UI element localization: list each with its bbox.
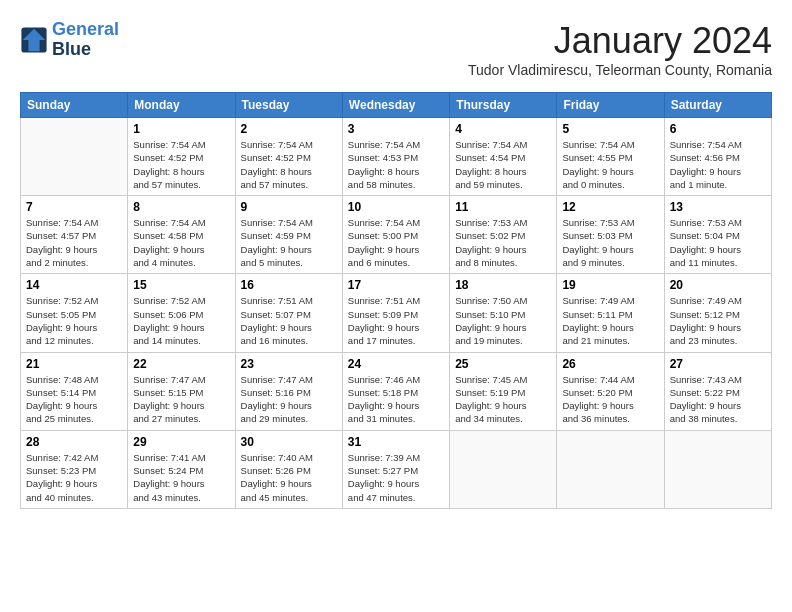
calendar-week-1: 1Sunrise: 7:54 AMSunset: 4:52 PMDaylight… — [21, 118, 772, 196]
col-header-friday: Friday — [557, 93, 664, 118]
calendar-table: SundayMondayTuesdayWednesdayThursdayFrid… — [20, 92, 772, 509]
subtitle: Tudor Vladimirescu, Teleorman County, Ro… — [468, 62, 772, 78]
day-info: Sunrise: 7:54 AMSunset: 4:53 PMDaylight:… — [348, 138, 444, 191]
calendar-cell: 26Sunrise: 7:44 AMSunset: 5:20 PMDayligh… — [557, 352, 664, 430]
calendar-cell: 24Sunrise: 7:46 AMSunset: 5:18 PMDayligh… — [342, 352, 449, 430]
day-info: Sunrise: 7:52 AMSunset: 5:06 PMDaylight:… — [133, 294, 229, 347]
day-number: 20 — [670, 278, 766, 292]
calendar-cell: 19Sunrise: 7:49 AMSunset: 5:11 PMDayligh… — [557, 274, 664, 352]
calendar-cell: 18Sunrise: 7:50 AMSunset: 5:10 PMDayligh… — [450, 274, 557, 352]
calendar-cell: 3Sunrise: 7:54 AMSunset: 4:53 PMDaylight… — [342, 118, 449, 196]
day-number: 18 — [455, 278, 551, 292]
day-number: 31 — [348, 435, 444, 449]
day-number: 28 — [26, 435, 122, 449]
calendar-cell: 5Sunrise: 7:54 AMSunset: 4:55 PMDaylight… — [557, 118, 664, 196]
day-info: Sunrise: 7:54 AMSunset: 4:55 PMDaylight:… — [562, 138, 658, 191]
calendar-cell — [557, 430, 664, 508]
day-info: Sunrise: 7:54 AMSunset: 4:52 PMDaylight:… — [133, 138, 229, 191]
day-number: 22 — [133, 357, 229, 371]
calendar-cell: 25Sunrise: 7:45 AMSunset: 5:19 PMDayligh… — [450, 352, 557, 430]
day-info: Sunrise: 7:54 AMSunset: 4:54 PMDaylight:… — [455, 138, 551, 191]
day-info: Sunrise: 7:39 AMSunset: 5:27 PMDaylight:… — [348, 451, 444, 504]
day-info: Sunrise: 7:54 AMSunset: 4:57 PMDaylight:… — [26, 216, 122, 269]
calendar-header-row: SundayMondayTuesdayWednesdayThursdayFrid… — [21, 93, 772, 118]
calendar-cell: 13Sunrise: 7:53 AMSunset: 5:04 PMDayligh… — [664, 196, 771, 274]
day-number: 9 — [241, 200, 337, 214]
day-number: 5 — [562, 122, 658, 136]
day-number: 27 — [670, 357, 766, 371]
day-number: 6 — [670, 122, 766, 136]
col-header-thursday: Thursday — [450, 93, 557, 118]
calendar-cell: 6Sunrise: 7:54 AMSunset: 4:56 PMDaylight… — [664, 118, 771, 196]
day-info: Sunrise: 7:48 AMSunset: 5:14 PMDaylight:… — [26, 373, 122, 426]
calendar-cell: 10Sunrise: 7:54 AMSunset: 5:00 PMDayligh… — [342, 196, 449, 274]
calendar-cell: 4Sunrise: 7:54 AMSunset: 4:54 PMDaylight… — [450, 118, 557, 196]
calendar-cell: 1Sunrise: 7:54 AMSunset: 4:52 PMDaylight… — [128, 118, 235, 196]
day-number: 29 — [133, 435, 229, 449]
day-info: Sunrise: 7:53 AMSunset: 5:03 PMDaylight:… — [562, 216, 658, 269]
calendar-cell: 29Sunrise: 7:41 AMSunset: 5:24 PMDayligh… — [128, 430, 235, 508]
col-header-wednesday: Wednesday — [342, 93, 449, 118]
day-info: Sunrise: 7:42 AMSunset: 5:23 PMDaylight:… — [26, 451, 122, 504]
day-info: Sunrise: 7:40 AMSunset: 5:26 PMDaylight:… — [241, 451, 337, 504]
day-info: Sunrise: 7:46 AMSunset: 5:18 PMDaylight:… — [348, 373, 444, 426]
day-number: 25 — [455, 357, 551, 371]
day-number: 1 — [133, 122, 229, 136]
logo-area: GeneralBlue — [20, 20, 119, 60]
calendar-cell: 17Sunrise: 7:51 AMSunset: 5:09 PMDayligh… — [342, 274, 449, 352]
day-number: 23 — [241, 357, 337, 371]
calendar-cell — [21, 118, 128, 196]
calendar-week-4: 21Sunrise: 7:48 AMSunset: 5:14 PMDayligh… — [21, 352, 772, 430]
day-number: 8 — [133, 200, 229, 214]
day-number: 19 — [562, 278, 658, 292]
calendar-cell: 21Sunrise: 7:48 AMSunset: 5:14 PMDayligh… — [21, 352, 128, 430]
day-info: Sunrise: 7:50 AMSunset: 5:10 PMDaylight:… — [455, 294, 551, 347]
day-info: Sunrise: 7:54 AMSunset: 4:56 PMDaylight:… — [670, 138, 766, 191]
day-info: Sunrise: 7:54 AMSunset: 4:52 PMDaylight:… — [241, 138, 337, 191]
day-info: Sunrise: 7:43 AMSunset: 5:22 PMDaylight:… — [670, 373, 766, 426]
calendar-cell: 2Sunrise: 7:54 AMSunset: 4:52 PMDaylight… — [235, 118, 342, 196]
calendar-cell: 14Sunrise: 7:52 AMSunset: 5:05 PMDayligh… — [21, 274, 128, 352]
calendar-cell: 20Sunrise: 7:49 AMSunset: 5:12 PMDayligh… — [664, 274, 771, 352]
day-info: Sunrise: 7:53 AMSunset: 5:02 PMDaylight:… — [455, 216, 551, 269]
calendar-week-5: 28Sunrise: 7:42 AMSunset: 5:23 PMDayligh… — [21, 430, 772, 508]
day-number: 10 — [348, 200, 444, 214]
calendar-cell: 8Sunrise: 7:54 AMSunset: 4:58 PMDaylight… — [128, 196, 235, 274]
day-number: 2 — [241, 122, 337, 136]
calendar-cell — [450, 430, 557, 508]
day-info: Sunrise: 7:51 AMSunset: 5:09 PMDaylight:… — [348, 294, 444, 347]
day-info: Sunrise: 7:47 AMSunset: 5:15 PMDaylight:… — [133, 373, 229, 426]
day-info: Sunrise: 7:54 AMSunset: 4:58 PMDaylight:… — [133, 216, 229, 269]
day-info: Sunrise: 7:54 AMSunset: 5:00 PMDaylight:… — [348, 216, 444, 269]
day-number: 26 — [562, 357, 658, 371]
calendar-cell: 7Sunrise: 7:54 AMSunset: 4:57 PMDaylight… — [21, 196, 128, 274]
calendar-week-2: 7Sunrise: 7:54 AMSunset: 4:57 PMDaylight… — [21, 196, 772, 274]
day-info: Sunrise: 7:47 AMSunset: 5:16 PMDaylight:… — [241, 373, 337, 426]
day-number: 3 — [348, 122, 444, 136]
calendar-cell: 30Sunrise: 7:40 AMSunset: 5:26 PMDayligh… — [235, 430, 342, 508]
calendar-cell: 23Sunrise: 7:47 AMSunset: 5:16 PMDayligh… — [235, 352, 342, 430]
day-number: 14 — [26, 278, 122, 292]
calendar-cell — [664, 430, 771, 508]
day-number: 21 — [26, 357, 122, 371]
day-number: 12 — [562, 200, 658, 214]
calendar-cell: 15Sunrise: 7:52 AMSunset: 5:06 PMDayligh… — [128, 274, 235, 352]
calendar-cell: 9Sunrise: 7:54 AMSunset: 4:59 PMDaylight… — [235, 196, 342, 274]
day-info: Sunrise: 7:44 AMSunset: 5:20 PMDaylight:… — [562, 373, 658, 426]
col-header-sunday: Sunday — [21, 93, 128, 118]
logo-text: GeneralBlue — [52, 20, 119, 60]
day-number: 7 — [26, 200, 122, 214]
day-number: 13 — [670, 200, 766, 214]
day-number: 11 — [455, 200, 551, 214]
day-number: 16 — [241, 278, 337, 292]
day-number: 30 — [241, 435, 337, 449]
calendar-week-3: 14Sunrise: 7:52 AMSunset: 5:05 PMDayligh… — [21, 274, 772, 352]
col-header-saturday: Saturday — [664, 93, 771, 118]
calendar-cell: 31Sunrise: 7:39 AMSunset: 5:27 PMDayligh… — [342, 430, 449, 508]
day-number: 24 — [348, 357, 444, 371]
day-info: Sunrise: 7:54 AMSunset: 4:59 PMDaylight:… — [241, 216, 337, 269]
day-number: 4 — [455, 122, 551, 136]
calendar-cell: 22Sunrise: 7:47 AMSunset: 5:15 PMDayligh… — [128, 352, 235, 430]
day-info: Sunrise: 7:53 AMSunset: 5:04 PMDaylight:… — [670, 216, 766, 269]
calendar-cell: 11Sunrise: 7:53 AMSunset: 5:02 PMDayligh… — [450, 196, 557, 274]
